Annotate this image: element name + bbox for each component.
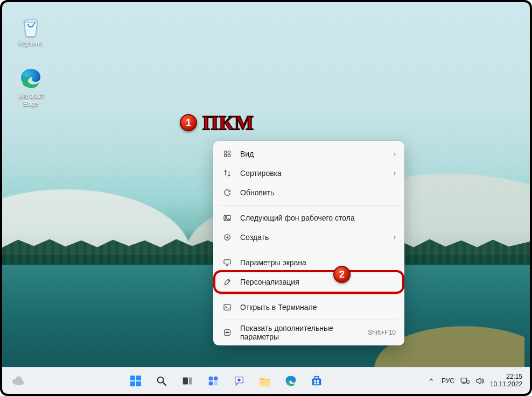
context-menu-separator <box>219 320 399 320</box>
context-menu-shortcut: Shift+F10 <box>368 329 396 336</box>
desktop-icon-edge[interactable]: Microsoft Edge <box>11 67 51 108</box>
brush-icon <box>222 277 233 287</box>
tray-overflow-button[interactable]: ^ <box>426 376 436 386</box>
search-icon <box>156 375 167 387</box>
svg-rect-35 <box>461 378 467 382</box>
clock-time: 22:15 <box>490 373 522 381</box>
taskbar-store-button[interactable] <box>305 370 328 392</box>
display-icon <box>222 257 233 268</box>
svg-rect-16 <box>130 381 135 386</box>
chevron-right-icon: › <box>394 234 396 241</box>
context-menu-item[interactable]: Обновить <box>216 183 401 202</box>
svg-rect-3 <box>225 154 227 157</box>
refresh-icon <box>222 187 233 198</box>
tray-volume-button[interactable] <box>475 376 485 386</box>
svg-rect-1 <box>225 151 227 153</box>
context-menu-separator <box>219 294 399 295</box>
tray-language-button[interactable]: РУС <box>442 377 454 385</box>
taskbar-edge-button[interactable] <box>279 370 302 392</box>
svg-rect-14 <box>130 376 135 380</box>
system-tray: ^ РУС 22:15 10.11. <box>419 367 530 394</box>
taskbar-explorer-button[interactable] <box>254 370 276 392</box>
context-menu-item[interactable]: Создать› <box>216 228 401 247</box>
svg-point-13 <box>228 332 228 333</box>
svg-rect-25 <box>214 381 218 385</box>
svg-point-6 <box>226 216 227 218</box>
plus-circle-icon <box>222 232 233 243</box>
context-menu-item-label: Параметры экрана <box>240 258 396 267</box>
taskbar-center <box>33 370 419 392</box>
svg-rect-33 <box>314 382 316 384</box>
next-bg-icon <box>222 213 233 223</box>
task-view-icon <box>181 375 193 387</box>
svg-rect-31 <box>314 380 316 382</box>
context-menu-item[interactable]: Вид› <box>216 144 401 164</box>
context-menu-separator <box>219 205 399 206</box>
context-menu-item-label: Показать дополнительные параметры <box>240 324 362 341</box>
context-menu-item-label: Сортировка <box>240 169 394 178</box>
edge-icon <box>285 375 297 387</box>
edge-icon <box>19 67 43 90</box>
context-menu-item[interactable]: Сортировка› <box>216 164 401 183</box>
svg-rect-32 <box>317 380 319 382</box>
desktop-context-menu: Вид›Сортировка›ОбновитьСледующий фон раб… <box>213 141 404 345</box>
desktop-icon-label: Microsoft Edge <box>11 93 51 108</box>
svg-rect-29 <box>312 378 321 385</box>
context-menu-item-label: Персонализация <box>240 278 396 286</box>
context-menu-item-label: Следующий фон рабочего стола <box>240 214 396 222</box>
taskbar-search-button[interactable] <box>150 370 173 392</box>
taskbar-weather-widget[interactable] <box>6 370 29 392</box>
tray-network-button[interactable] <box>460 376 470 386</box>
context-menu-item-label: Обновить <box>240 188 396 197</box>
terminal-icon <box>222 302 233 313</box>
microsoft-store-icon <box>311 375 323 387</box>
context-menu-item[interactable]: Персонализация <box>216 272 401 292</box>
svg-point-11 <box>226 332 226 333</box>
chat-icon <box>233 375 245 387</box>
svg-rect-2 <box>228 151 230 153</box>
taskbar-clock[interactable]: 22:15 10.11.2022 <box>490 373 522 388</box>
svg-point-0 <box>24 19 37 23</box>
context-menu-separator <box>219 250 399 250</box>
svg-rect-36 <box>464 382 465 383</box>
annotation-badge-2: 2 <box>333 266 351 283</box>
context-menu-item-label: Вид <box>240 150 394 158</box>
svg-rect-15 <box>136 376 141 380</box>
annotation-badge-1: 1 <box>180 114 197 131</box>
taskbar: ^ РУС 22:15 10.11. <box>2 367 530 394</box>
svg-rect-8 <box>224 260 230 264</box>
svg-rect-17 <box>136 381 141 386</box>
desktop-icon-label: Корзина <box>11 40 51 47</box>
widgets-icon <box>207 375 219 387</box>
taskbar-task-view-button[interactable] <box>176 370 199 392</box>
svg-rect-30 <box>314 376 318 379</box>
svg-rect-9 <box>224 305 230 310</box>
svg-point-12 <box>227 332 227 333</box>
network-icon <box>460 376 470 386</box>
screenshot-frame: Корзина Microsoft Edge <box>0 0 532 396</box>
chevron-right-icon: › <box>394 169 396 177</box>
taskbar-widgets-button[interactable] <box>202 370 225 392</box>
svg-point-18 <box>158 377 164 383</box>
context-menu-item-label: Открыть в Терминале <box>240 303 396 312</box>
svg-rect-28 <box>261 383 263 383</box>
context-menu-item[interactable]: Следующий фон рабочего стола <box>216 208 401 228</box>
annotation-pkm-label: ПКМ <box>202 111 254 135</box>
taskbar-chat-button[interactable] <box>228 370 250 392</box>
desktop-icon-recycle-bin[interactable]: Корзина <box>11 14 51 47</box>
chevron-right-icon: › <box>394 150 396 158</box>
volume-icon <box>475 376 485 386</box>
svg-rect-4 <box>228 154 230 157</box>
context-menu-item[interactable]: Параметры экрана <box>216 253 401 272</box>
svg-rect-22 <box>209 376 213 380</box>
context-menu-item-label: Создать <box>240 233 394 242</box>
svg-rect-23 <box>214 376 218 380</box>
context-menu-item[interactable]: Показать дополнительные параметрыShift+F… <box>216 323 401 342</box>
desktop-wallpaper[interactable]: Корзина Microsoft Edge <box>2 2 530 394</box>
clock-date: 10.11.2022 <box>490 381 522 388</box>
sort-icon <box>222 168 233 179</box>
svg-rect-37 <box>462 383 465 384</box>
context-menu-item[interactable]: Открыть в Терминале <box>216 298 401 317</box>
svg-point-26 <box>237 378 241 381</box>
start-button[interactable] <box>124 370 147 392</box>
